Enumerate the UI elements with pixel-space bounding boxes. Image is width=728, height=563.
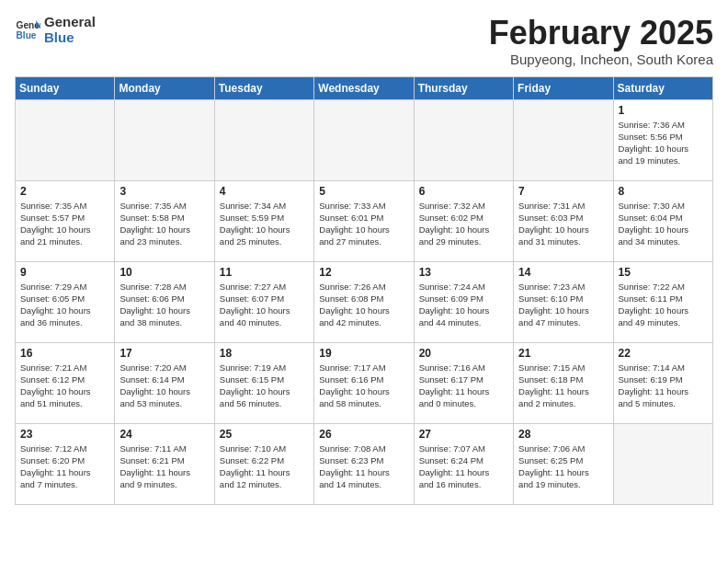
day-cell bbox=[115, 99, 214, 180]
day-number: 21 bbox=[518, 347, 608, 360]
day-cell: 27Sunrise: 7:07 AM Sunset: 6:24 PM Dayli… bbox=[414, 423, 513, 504]
day-info: Sunrise: 7:21 AM Sunset: 6:12 PM Dayligh… bbox=[20, 362, 109, 410]
day-cell: 2Sunrise: 7:35 AM Sunset: 5:57 PM Daylig… bbox=[16, 180, 115, 261]
day-cell bbox=[414, 99, 513, 180]
day-cell bbox=[214, 99, 313, 180]
day-number: 3 bbox=[119, 185, 209, 198]
location: Bupyeong, Incheon, South Korea bbox=[489, 52, 713, 67]
day-info: Sunrise: 7:32 AM Sunset: 6:02 PM Dayligh… bbox=[419, 200, 508, 248]
day-info: Sunrise: 7:20 AM Sunset: 6:14 PM Dayligh… bbox=[119, 362, 209, 410]
day-info: Sunrise: 7:07 AM Sunset: 6:24 PM Dayligh… bbox=[419, 442, 508, 491]
day-info: Sunrise: 7:06 AM Sunset: 6:25 PM Dayligh… bbox=[518, 442, 608, 491]
day-cell: 3Sunrise: 7:35 AM Sunset: 5:58 PM Daylig… bbox=[115, 180, 214, 261]
day-number: 27 bbox=[419, 428, 508, 441]
day-number: 5 bbox=[319, 185, 408, 198]
day-info: Sunrise: 7:22 AM Sunset: 6:11 PM Dayligh… bbox=[619, 281, 708, 329]
day-cell: 6Sunrise: 7:32 AM Sunset: 6:02 PM Daylig… bbox=[414, 180, 513, 261]
day-number: 19 bbox=[319, 347, 408, 360]
day-cell: 28Sunrise: 7:06 AM Sunset: 6:25 PM Dayli… bbox=[514, 423, 613, 504]
day-cell: 1Sunrise: 7:36 AM Sunset: 5:56 PM Daylig… bbox=[613, 99, 712, 180]
day-header-monday: Monday bbox=[115, 76, 214, 99]
week-row-5: 23Sunrise: 7:12 AM Sunset: 6:20 PM Dayli… bbox=[16, 423, 713, 504]
day-number: 23 bbox=[20, 428, 109, 441]
day-cell: 12Sunrise: 7:26 AM Sunset: 6:08 PM Dayli… bbox=[314, 261, 414, 342]
day-cell: 8Sunrise: 7:30 AM Sunset: 6:04 PM Daylig… bbox=[613, 180, 712, 261]
day-header-saturday: Saturday bbox=[613, 76, 712, 99]
day-info: Sunrise: 7:17 AM Sunset: 6:16 PM Dayligh… bbox=[319, 362, 408, 410]
day-info: Sunrise: 7:35 AM Sunset: 5:58 PM Dayligh… bbox=[119, 200, 209, 248]
day-number: 24 bbox=[119, 428, 209, 441]
day-number: 13 bbox=[419, 266, 508, 279]
day-cell: 25Sunrise: 7:10 AM Sunset: 6:22 PM Dayli… bbox=[214, 423, 313, 504]
logo-icon: General Blue bbox=[15, 17, 40, 43]
day-number: 6 bbox=[419, 185, 508, 198]
day-cell: 19Sunrise: 7:17 AM Sunset: 6:16 PM Dayli… bbox=[314, 342, 414, 423]
day-cell: 20Sunrise: 7:16 AM Sunset: 6:17 PM Dayli… bbox=[414, 342, 513, 423]
day-cell: 23Sunrise: 7:12 AM Sunset: 6:20 PM Dayli… bbox=[16, 423, 115, 504]
day-info: Sunrise: 7:14 AM Sunset: 6:19 PM Dayligh… bbox=[619, 362, 708, 410]
day-number: 8 bbox=[619, 185, 708, 198]
day-info: Sunrise: 7:24 AM Sunset: 6:09 PM Dayligh… bbox=[419, 281, 508, 329]
page-header: General Blue General Blue February 2025 … bbox=[15, 15, 713, 67]
logo: General Blue General Blue bbox=[15, 15, 96, 45]
svg-text:Blue: Blue bbox=[17, 30, 37, 40]
day-info: Sunrise: 7:23 AM Sunset: 6:10 PM Dayligh… bbox=[518, 281, 608, 329]
day-number: 16 bbox=[20, 347, 109, 360]
day-number: 15 bbox=[619, 266, 708, 279]
day-info: Sunrise: 7:31 AM Sunset: 6:03 PM Dayligh… bbox=[518, 200, 608, 248]
day-info: Sunrise: 7:27 AM Sunset: 6:07 PM Dayligh… bbox=[220, 281, 309, 329]
day-info: Sunrise: 7:30 AM Sunset: 6:04 PM Dayligh… bbox=[619, 200, 708, 248]
day-info: Sunrise: 7:16 AM Sunset: 6:17 PM Dayligh… bbox=[419, 362, 508, 410]
day-header-wednesday: Wednesday bbox=[314, 76, 414, 99]
week-row-2: 2Sunrise: 7:35 AM Sunset: 5:57 PM Daylig… bbox=[16, 180, 713, 261]
day-number: 2 bbox=[20, 185, 109, 198]
day-cell bbox=[613, 423, 712, 504]
day-cell: 22Sunrise: 7:14 AM Sunset: 6:19 PM Dayli… bbox=[613, 342, 712, 423]
day-info: Sunrise: 7:15 AM Sunset: 6:18 PM Dayligh… bbox=[518, 362, 608, 410]
day-number: 7 bbox=[518, 185, 608, 198]
week-row-4: 16Sunrise: 7:21 AM Sunset: 6:12 PM Dayli… bbox=[16, 342, 713, 423]
day-number: 11 bbox=[220, 266, 309, 279]
day-cell: 17Sunrise: 7:20 AM Sunset: 6:14 PM Dayli… bbox=[115, 342, 214, 423]
day-number: 28 bbox=[518, 428, 608, 441]
day-cell: 10Sunrise: 7:28 AM Sunset: 6:06 PM Dayli… bbox=[115, 261, 214, 342]
day-cell: 11Sunrise: 7:27 AM Sunset: 6:07 PM Dayli… bbox=[214, 261, 313, 342]
day-cell: 15Sunrise: 7:22 AM Sunset: 6:11 PM Dayli… bbox=[613, 261, 712, 342]
day-cell: 14Sunrise: 7:23 AM Sunset: 6:10 PM Dayli… bbox=[514, 261, 613, 342]
day-info: Sunrise: 7:12 AM Sunset: 6:20 PM Dayligh… bbox=[20, 442, 109, 491]
day-cell bbox=[514, 99, 613, 180]
day-info: Sunrise: 7:36 AM Sunset: 5:56 PM Dayligh… bbox=[619, 119, 708, 167]
day-info: Sunrise: 7:10 AM Sunset: 6:22 PM Dayligh… bbox=[220, 442, 309, 491]
title-block: February 2025 Bupyeong, Incheon, South K… bbox=[489, 15, 713, 67]
day-number: 14 bbox=[518, 266, 608, 279]
day-info: Sunrise: 7:26 AM Sunset: 6:08 PM Dayligh… bbox=[319, 281, 408, 329]
day-number: 12 bbox=[319, 266, 408, 279]
day-info: Sunrise: 7:19 AM Sunset: 6:15 PM Dayligh… bbox=[220, 362, 309, 410]
day-header-thursday: Thursday bbox=[414, 76, 513, 99]
day-info: Sunrise: 7:11 AM Sunset: 6:21 PM Dayligh… bbox=[119, 442, 209, 491]
day-cell: 24Sunrise: 7:11 AM Sunset: 6:21 PM Dayli… bbox=[115, 423, 214, 504]
calendar-header-row: SundayMondayTuesdayWednesdayThursdayFrid… bbox=[16, 76, 713, 99]
day-cell: 5Sunrise: 7:33 AM Sunset: 6:01 PM Daylig… bbox=[314, 180, 414, 261]
day-cell bbox=[314, 99, 414, 180]
day-cell: 13Sunrise: 7:24 AM Sunset: 6:09 PM Dayli… bbox=[414, 261, 513, 342]
day-header-tuesday: Tuesday bbox=[214, 76, 313, 99]
day-info: Sunrise: 7:08 AM Sunset: 6:23 PM Dayligh… bbox=[319, 442, 408, 491]
week-row-3: 9Sunrise: 7:29 AM Sunset: 6:05 PM Daylig… bbox=[16, 261, 713, 342]
day-cell: 4Sunrise: 7:34 AM Sunset: 5:59 PM Daylig… bbox=[214, 180, 313, 261]
day-number: 25 bbox=[220, 428, 309, 441]
day-number: 1 bbox=[619, 104, 708, 117]
day-info: Sunrise: 7:34 AM Sunset: 5:59 PM Dayligh… bbox=[220, 200, 309, 248]
day-header-friday: Friday bbox=[514, 76, 613, 99]
day-number: 22 bbox=[619, 347, 708, 360]
week-row-1: 1Sunrise: 7:36 AM Sunset: 5:56 PM Daylig… bbox=[16, 99, 713, 180]
day-cell: 18Sunrise: 7:19 AM Sunset: 6:15 PM Dayli… bbox=[214, 342, 313, 423]
day-cell: 7Sunrise: 7:31 AM Sunset: 6:03 PM Daylig… bbox=[514, 180, 613, 261]
month-title: February 2025 bbox=[489, 15, 713, 52]
day-info: Sunrise: 7:28 AM Sunset: 6:06 PM Dayligh… bbox=[119, 281, 209, 329]
day-cell bbox=[16, 99, 115, 180]
day-info: Sunrise: 7:35 AM Sunset: 5:57 PM Dayligh… bbox=[20, 200, 109, 248]
day-number: 20 bbox=[419, 347, 508, 360]
day-header-sunday: Sunday bbox=[16, 76, 115, 99]
day-cell: 9Sunrise: 7:29 AM Sunset: 6:05 PM Daylig… bbox=[16, 261, 115, 342]
